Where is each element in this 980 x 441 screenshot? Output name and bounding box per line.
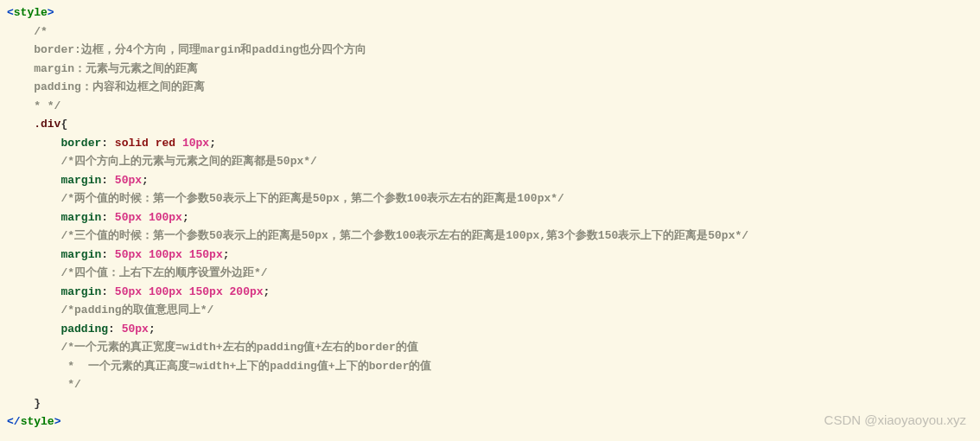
code-line: </style>	[7, 412, 973, 431]
code-line: .div{	[7, 115, 973, 134]
code-line: margin: 50px 100px 150px 200px;	[7, 283, 973, 302]
code-line: * */	[7, 97, 973, 116]
code-line: /*四个值：上右下左的顺序设置外边距*/	[7, 264, 973, 283]
code-line: margin：元素与元素之间的距离	[7, 60, 973, 79]
code-line: /*	[7, 22, 973, 42]
code-line: padding：内容和边框之间的距离	[7, 78, 973, 97]
code-line: <style>	[7, 3, 973, 22]
code-line: margin: 50px;	[7, 171, 973, 190]
code-line: /*三个值的时候：第一个参数50表示上的距离是50px，第二个参数100表示左右…	[7, 227, 973, 246]
code-line: /*一个元素的真正宽度=width+左右的padding值+左右的border的…	[7, 338, 973, 357]
code-line: * 一个元素的真正高度=width+上下的padding值+上下的border的…	[7, 357, 973, 376]
code-line: padding: 50px;	[7, 320, 973, 339]
code-line: margin: 50px 100px 150px;	[7, 246, 973, 265]
code-block: <style> /* border:边框，分4个方向，同理margin和padd…	[7, 3, 973, 431]
code-line: /*padding的取值意思同上*/	[7, 301, 973, 320]
code-line: }	[7, 394, 973, 413]
code-line: /*四个方向上的元素与元素之间的距离都是50px*/	[7, 152, 973, 171]
code-line: margin: 50px 100px;	[7, 208, 973, 227]
code-line: */	[7, 375, 973, 394]
code-line: border: solid red 10px;	[7, 134, 973, 153]
code-line: /*两个值的时候：第一个参数50表示上下的距离是50px，第二个参数100表示左…	[7, 189, 973, 208]
code-line: border:边框，分4个方向，同理margin和padding也分四个方向	[7, 41, 973, 60]
